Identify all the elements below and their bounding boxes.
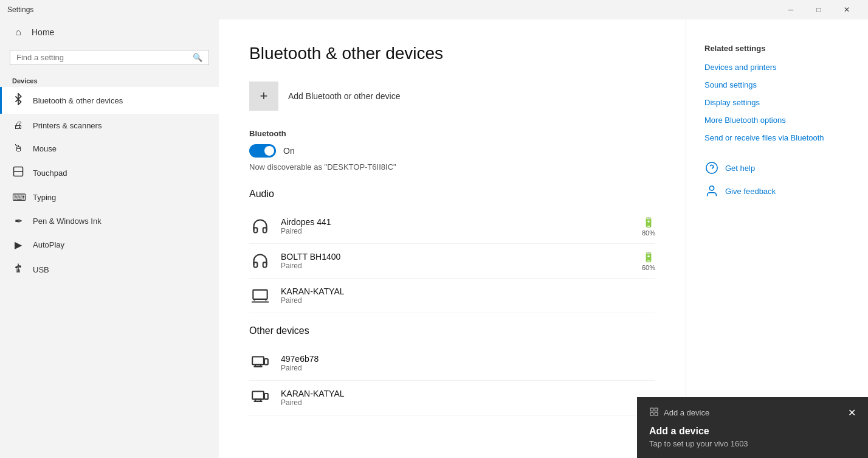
sidebar-item-home[interactable]: ⌂ Home: [0, 19, 219, 45]
sidebar-touchpad-label: Touchpad: [33, 168, 67, 178]
home-icon: ⌂: [12, 27, 24, 38]
device-info: KARAN-KATYAL Paired: [281, 286, 655, 305]
sidebar-item-bluetooth[interactable]: Bluetooth & other devices: [0, 87, 219, 114]
svg-rect-6: [253, 290, 267, 299]
sidebar-item-typing[interactable]: ⌨ Typing: [0, 186, 219, 209]
audio-section-title: Audio: [249, 189, 655, 200]
typing-icon: ⌨: [12, 192, 24, 203]
laptop-icon: [249, 285, 271, 307]
page-title: Bluetooth & other devices: [249, 44, 655, 63]
discoverable-text: Now discoverable as "DESKTOP-T6II8IC": [249, 162, 655, 172]
sidebar-typing-label: Typing: [33, 193, 56, 202]
svg-rect-20: [650, 412, 653, 415]
related-link-sound[interactable]: Sound settings: [704, 80, 850, 89]
sidebar: ⌂ Home 🔍 Devices Bluetooth & other devic…: [0, 19, 219, 458]
window-controls: ─ □ ✕: [777, 0, 861, 19]
get-help-icon: [704, 161, 719, 175]
mouse-icon: 🖱: [12, 143, 24, 154]
other-device-item[interactable]: 497e6b78 Paired: [249, 346, 655, 381]
give-feedback-label[interactable]: Give feedback: [725, 187, 776, 196]
titlebar: Settings ─ □ ✕: [0, 0, 868, 19]
svg-rect-7: [252, 357, 264, 365]
app-container: ⌂ Home 🔍 Devices Bluetooth & other devic…: [0, 19, 868, 458]
svg-point-17: [709, 186, 714, 190]
svg-rect-19: [655, 408, 658, 411]
device-info: Airdopes 441 Paired: [281, 217, 632, 235]
related-link-send-receive[interactable]: Send or receive files via Bluetooth: [704, 133, 850, 142]
sidebar-usb-label: USB: [33, 265, 49, 274]
svg-rect-21: [655, 412, 658, 415]
minimize-button[interactable]: ─: [777, 0, 805, 19]
get-help-item[interactable]: Get help: [704, 161, 850, 175]
device-name: KARAN-KATYAL: [281, 389, 655, 398]
sidebar-item-pen[interactable]: ✒ Pen & Windows Ink: [0, 209, 219, 233]
device-name: 497e6b78: [281, 354, 655, 364]
audio-device-item[interactable]: Airdopes 441 Paired 🔋 80%: [249, 209, 655, 244]
related-link-devices-printers[interactable]: Devices and printers: [704, 63, 850, 72]
add-device-button[interactable]: + Add Bluetooth or other device: [249, 82, 655, 111]
close-button[interactable]: ✕: [833, 0, 861, 19]
notification-subtitle: Tap to set up your vivo 1603: [649, 439, 856, 448]
add-device-icon: +: [249, 82, 278, 111]
audio-device-item[interactable]: BOLTT BH1400 Paired 🔋 60%: [249, 244, 655, 279]
touchpad-icon: [12, 166, 24, 179]
sidebar-printers-label: Printers & scanners: [33, 121, 102, 130]
svg-rect-10: [264, 359, 268, 364]
bluetooth-toggle[interactable]: [249, 144, 276, 158]
notification-close-button[interactable]: ✕: [848, 407, 856, 418]
help-section: Get help Give feedback: [704, 161, 850, 198]
bluetooth-toggle-row: On: [249, 144, 655, 158]
search-icon: 🔍: [193, 53, 202, 62]
notification-popup[interactable]: Add a device ✕ Add a device Tap to set u…: [637, 397, 868, 458]
device-info: BOLTT BH1400 Paired: [281, 252, 632, 270]
printer-icon: 🖨: [12, 120, 24, 131]
notification-header-text: Add a device: [664, 408, 709, 417]
usb-icon: [12, 263, 24, 276]
app-title: Settings: [7, 5, 33, 14]
device-status: Paired: [281, 262, 632, 270]
battery-percentage: 80%: [642, 229, 655, 237]
notification-header: Add a device ✕: [649, 407, 856, 418]
notification-title: Add a device: [649, 426, 856, 437]
sidebar-pen-label: Pen & Windows Ink: [33, 217, 102, 226]
monitor-icon2: [249, 387, 271, 409]
sidebar-item-printers[interactable]: 🖨 Printers & scanners: [0, 114, 219, 137]
add-device-label: Add Bluetooth or other device: [288, 91, 400, 101]
battery-percentage: 60%: [642, 264, 655, 271]
bluetooth-section-label: Bluetooth: [249, 129, 655, 138]
bluetooth-icon: [12, 93, 24, 108]
sidebar-item-touchpad[interactable]: Touchpad: [0, 160, 219, 186]
search-box[interactable]: 🔍: [10, 50, 209, 65]
related-settings-title: Related settings: [704, 44, 850, 53]
device-name: Airdopes 441: [281, 217, 632, 227]
related-link-display[interactable]: Display settings: [704, 98, 850, 107]
toggle-state-label: On: [283, 146, 295, 156]
right-panel: Related settings Devices and printers So…: [686, 19, 868, 458]
related-link-bluetooth-options[interactable]: More Bluetooth options: [704, 116, 850, 125]
device-battery: 🔋 80%: [642, 217, 655, 237]
svg-rect-18: [650, 408, 653, 411]
notification-header-left: Add a device: [649, 407, 709, 418]
search-input[interactable]: [16, 53, 188, 62]
sidebar-autoplay-label: AutoPlay: [33, 240, 64, 249]
battery-icon: 🔋: [642, 251, 655, 263]
sidebar-mouse-label: Mouse: [33, 144, 57, 153]
device-battery: 🔋 60%: [642, 251, 655, 271]
give-feedback-item[interactable]: Give feedback: [704, 184, 850, 198]
sidebar-section-label: Devices: [0, 72, 219, 87]
device-name: BOLTT BH1400: [281, 252, 632, 262]
sidebar-item-autoplay[interactable]: ▶ AutoPlay: [0, 233, 219, 257]
other-device-item[interactable]: KARAN-KATYAL Paired: [249, 381, 655, 415]
notification-grid-icon: [649, 407, 659, 418]
headphones-icon: [249, 250, 271, 272]
feedback-icon: [704, 184, 719, 198]
device-info: KARAN-KATYAL Paired: [281, 389, 655, 407]
sidebar-item-usb[interactable]: USB: [0, 257, 219, 282]
device-name: KARAN-KATYAL: [281, 286, 655, 296]
other-section-title: Other devices: [249, 325, 655, 336]
maximize-button[interactable]: □: [805, 0, 833, 19]
search-container: 🔍: [0, 45, 219, 72]
audio-device-item[interactable]: KARAN-KATYAL Paired: [249, 279, 655, 313]
get-help-label[interactable]: Get help: [725, 164, 755, 173]
sidebar-item-mouse[interactable]: 🖱 Mouse: [0, 137, 219, 160]
